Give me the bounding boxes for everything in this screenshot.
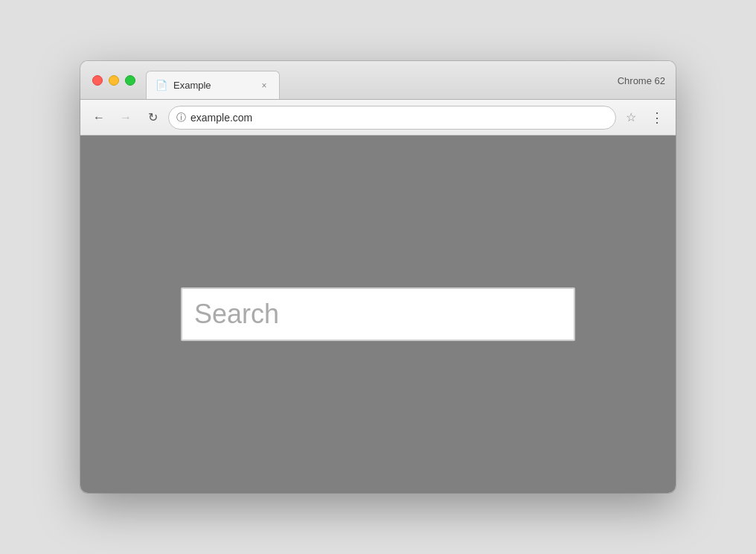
chrome-version-label: Chrome 62: [618, 74, 665, 86]
tab-title: Example: [173, 80, 252, 91]
tab-icon: 📄: [156, 80, 167, 91]
search-input[interactable]: [181, 287, 575, 341]
address-input[interactable]: [190, 112, 608, 124]
browser-tab[interactable]: 📄 Example ×: [146, 71, 280, 99]
traffic-lights: [92, 75, 135, 86]
reload-button[interactable]: ↻: [141, 106, 164, 129]
bookmark-button[interactable]: ☆: [621, 107, 641, 128]
maximize-button[interactable]: [125, 75, 135, 86]
browser-window: 📄 Example × Chrome 62 ← → ↻ ⓘ ☆ ⋮: [80, 61, 676, 493]
close-button[interactable]: [92, 75, 103, 86]
webpage-content: [80, 136, 676, 493]
tab-area: 📄 Example ×: [146, 61, 668, 99]
menu-button[interactable]: ⋮: [646, 106, 668, 129]
toolbar: ← → ↻ ⓘ ☆ ⋮: [80, 100, 676, 136]
back-button[interactable]: ←: [88, 106, 110, 129]
security-icon: ⓘ: [176, 111, 186, 124]
address-bar[interactable]: ⓘ: [168, 106, 616, 130]
tab-close-button[interactable]: ×: [258, 80, 270, 92]
forward-button[interactable]: →: [115, 106, 137, 129]
title-bar: 📄 Example × Chrome 62: [80, 61, 676, 100]
minimize-button[interactable]: [109, 75, 119, 86]
